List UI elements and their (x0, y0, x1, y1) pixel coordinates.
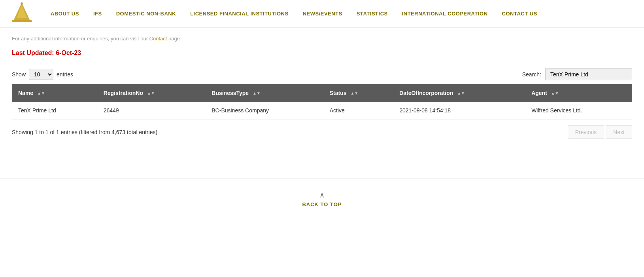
nav-licensed-financial-institutions[interactable]: LICENSED FINANCIAL INSTITUTIONS (183, 11, 296, 17)
last-updated: Last Updated: 6-Oct-23 (12, 49, 632, 57)
pagination-area: Showing 1 to 1 of 1 entries (filtered fr… (12, 125, 632, 139)
nav-domestic-non-bank[interactable]: DOMESTIC NON-BANK (109, 11, 183, 17)
col-status[interactable]: Status ▲▼ (323, 84, 393, 102)
cell-status: Active (323, 102, 393, 120)
previous-button[interactable]: Previous (568, 125, 604, 139)
nav-statistics[interactable]: STATISTICS (349, 11, 395, 17)
showing-text: Showing 1 to 1 of 1 entries (filtered fr… (12, 129, 157, 135)
back-to-top-link[interactable]: BACK TO TOP (302, 201, 342, 207)
last-updated-label: Last Updated: (12, 49, 54, 56)
cell-business-type: BC-Business Company (205, 102, 323, 120)
col-date-of-incorporation[interactable]: DateOfIncorporation ▲▼ (393, 84, 525, 102)
cell-date-of-incorporation: 2021-09-08 14:54:18 (393, 102, 525, 120)
col-business-type[interactable]: BusinessType ▲▼ (205, 84, 323, 102)
info-text-before: For any additional information or enquir… (12, 36, 148, 42)
search-area: Search: (522, 68, 632, 80)
col-registration-no[interactable]: RegistrationNo ▲▼ (97, 84, 206, 102)
info-text: For any additional information or enquir… (12, 36, 632, 42)
show-entries: Show 10 25 50 100 entries (12, 69, 73, 80)
nav-links: ABOUT US IFS DOMESTIC NON-BANK LICENSED … (43, 11, 636, 17)
entries-select[interactable]: 10 25 50 100 (29, 69, 53, 80)
nav-contact-us[interactable]: CONTACT US (495, 11, 544, 17)
nav-news-events[interactable]: NEWS/EVENTS (296, 11, 349, 17)
navigation: ABOUT US IFS DOMESTIC NON-BANK LICENSED … (0, 0, 644, 28)
back-to-top: ∧ BACK TO TOP (0, 178, 644, 215)
svg-point-2 (21, 2, 23, 5)
col-agent[interactable]: Agent ▲▼ (525, 84, 632, 102)
cell-registration-no: 26449 (97, 102, 206, 120)
back-to-top-icon: ∧ (0, 191, 644, 199)
nav-international-cooperation[interactable]: INTERNATIONAL COOPERATION (395, 11, 495, 17)
search-input[interactable] (545, 68, 632, 80)
next-button[interactable]: Next (606, 125, 632, 139)
show-label: Show (12, 71, 26, 78)
entries-label: entries (57, 71, 73, 78)
svg-rect-3 (12, 20, 32, 22)
pagination-buttons: Previous Next (568, 125, 632, 139)
table-controls: Show 10 25 50 100 entries Search: (12, 68, 632, 80)
search-label: Search: (522, 71, 541, 78)
data-table: Name ▲▼ RegistrationNo ▲▼ BusinessType ▲… (12, 84, 632, 120)
col-name[interactable]: Name ▲▼ (12, 84, 97, 102)
table-row: TenX Prime Ltd 26449 BC-Business Company… (12, 102, 632, 120)
info-text-after: page. (168, 36, 181, 42)
logo[interactable] (8, 2, 36, 26)
main-content: For any additional information or enquir… (0, 28, 644, 155)
contact-link[interactable]: Contact (149, 36, 167, 42)
nav-ifs[interactable]: IFS (86, 11, 109, 17)
nav-about-us[interactable]: ABOUT US (43, 11, 86, 17)
last-updated-value: 6-Oct-23 (56, 49, 81, 56)
cell-agent: Wilfred Services Ltd. (525, 102, 632, 120)
cell-name: TenX Prime Ltd (12, 102, 97, 120)
